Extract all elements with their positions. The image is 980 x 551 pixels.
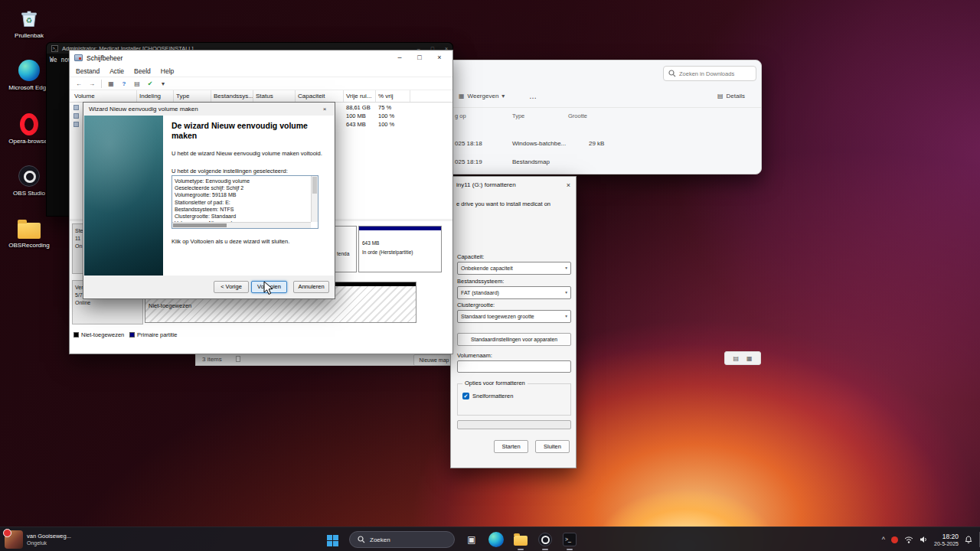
- volume-icon[interactable]: [920, 536, 928, 543]
- taskbar-clock[interactable]: 18:20 20-5-2025: [934, 533, 959, 547]
- column-indeling[interactable]: Indeling: [137, 90, 174, 102]
- file-row-modified[interactable]: 025 18:18: [455, 140, 482, 147]
- horizontal-scrollbar[interactable]: [172, 222, 311, 228]
- column-capaciteit[interactable]: Capaciteit: [296, 90, 344, 102]
- minimize-icon[interactable]: –: [390, 51, 410, 64]
- setting-line: Volumegrootte: 59118 MB: [175, 191, 309, 198]
- search-icon: [668, 70, 676, 77]
- menu-help[interactable]: Help: [161, 67, 174, 75]
- taskbar-search[interactable]: Zoeken: [349, 531, 455, 548]
- column-vrije-ruimte[interactable]: Vrije rui...: [344, 90, 376, 102]
- chevron-down-icon[interactable]: ▾: [158, 79, 168, 89]
- table-view-icon[interactable]: ▦: [106, 79, 116, 89]
- start-button[interactable]: Starten: [494, 440, 528, 453]
- file-row-type[interactable]: Bestandsmap: [512, 158, 550, 165]
- menu-actie[interactable]: Actie: [109, 67, 124, 75]
- restore-defaults-button[interactable]: Standaardinstellingen voor apparaten: [457, 333, 571, 346]
- capacity-label: Capaciteit:: [457, 253, 484, 260]
- back-button[interactable]: < Vorige: [214, 281, 249, 293]
- disk2-info-line: Online: [75, 299, 140, 307]
- desktop-icon-obsrecording[interactable]: OBSRecording: [6, 216, 52, 249]
- status-divider: [236, 356, 240, 362]
- cmd-icon: >_: [51, 45, 58, 52]
- wifi-icon[interactable]: [904, 536, 913, 543]
- chevron-down-icon: ▾: [565, 311, 567, 322]
- volume-icon: [74, 105, 79, 110]
- column-status[interactable]: Status: [253, 90, 296, 102]
- column-volume[interactable]: Volume: [72, 90, 137, 102]
- taskbar-explorer[interactable]: [511, 530, 530, 549]
- cluster-label: Clustergrootte:: [457, 302, 495, 308]
- new-folder-button[interactable]: Nieuwe map: [413, 354, 455, 366]
- taskbar-obs[interactable]: [536, 530, 554, 549]
- cmd-icon: >_: [563, 533, 577, 546]
- capacity-select[interactable]: Onbekende capaciteit ▾: [457, 262, 571, 275]
- column-bestandssysteem[interactable]: Bestandssys...: [211, 90, 253, 102]
- start-button[interactable]: [327, 535, 338, 546]
- checkbox-check-icon: ✔: [462, 393, 469, 399]
- taskbar: van Gooiseweg... Ongeluk Zoeken ▣ >_ ^ 1…: [0, 527, 980, 551]
- desktop-icon-prullenbak[interactable]: ♻ Prullenbak: [6, 6, 52, 39]
- file-row-modified[interactable]: 025 18:19: [455, 158, 482, 165]
- volume-row-free[interactable]: 643 MB: [346, 121, 366, 128]
- volume-row-free[interactable]: 88,61 GB: [346, 104, 371, 111]
- column-pct-vrij[interactable]: % vrij: [376, 90, 410, 102]
- installer-text-fragment: e drive you want to install medicat on: [456, 201, 550, 207]
- partition-fragment[interactable]: tenda: [333, 226, 357, 272]
- taskbar-edge[interactable]: [487, 530, 505, 549]
- recording-indicator-icon[interactable]: [891, 536, 898, 543]
- desktop-icon-label: Microsoft Edge: [6, 84, 52, 91]
- list-view-icon[interactable]: ▤: [132, 79, 142, 89]
- widget-subline: Ongeluk: [27, 540, 71, 546]
- explorer-search-input[interactable]: Zoeken in Downloads: [663, 66, 756, 81]
- obs-icon: [538, 533, 552, 546]
- view-button[interactable]: ▦ Weergeven ▾: [459, 93, 505, 99]
- close-icon[interactable]: ×: [430, 51, 449, 64]
- volume-row-pct[interactable]: 75 %: [378, 104, 391, 111]
- back-icon[interactable]: ←: [74, 79, 84, 89]
- cluster-select[interactable]: Standaard toegewezen grootte ▾: [457, 310, 571, 323]
- unallocated-label: Niet-toegewezen: [149, 302, 191, 309]
- volume-row-free[interactable]: 100 MB: [346, 112, 366, 119]
- more-options-button[interactable]: …: [529, 92, 537, 100]
- filesystem-value: FAT (standaard): [461, 290, 499, 295]
- vertical-scrollbar[interactable]: [311, 176, 318, 222]
- close-button[interactable]: Sluiten: [535, 440, 570, 453]
- quick-format-checkbox[interactable]: ✔ Snelformatteren: [462, 393, 513, 399]
- column-type[interactable]: Type: [174, 90, 211, 102]
- help-icon[interactable]: ?: [119, 79, 129, 89]
- desktop-icon-edge[interactable]: Microsoft Edge: [6, 58, 52, 91]
- column-size[interactable]: Grootte: [568, 112, 587, 119]
- list-view-toggle-icon[interactable]: ▤: [733, 355, 739, 362]
- desktop-icon-opera[interactable]: Opera-browser: [6, 112, 52, 145]
- details-view-button[interactable]: ▤ Details: [717, 93, 745, 99]
- recovery-partition[interactable]: 643 MB In orde (Herstelpartitie): [358, 226, 442, 272]
- setting-line: Volumetype: Eenvoudig volume: [175, 178, 309, 184]
- volume-row-pct[interactable]: 100 %: [378, 112, 394, 119]
- notification-bell-icon[interactable]: [965, 536, 972, 543]
- setting-line: Bestandssysteem: NTFS: [175, 206, 309, 213]
- taskbar-cmd[interactable]: >_: [560, 530, 579, 549]
- check-action-icon[interactable]: ✔: [145, 79, 155, 89]
- menu-bestand[interactable]: Bestand: [76, 67, 100, 75]
- filesystem-select[interactable]: FAT (standaard) ▾: [457, 286, 571, 299]
- wizard-settings-list[interactable]: Volumetype: Eenvoudig volume Geselecteer…: [172, 175, 318, 229]
- volume-row-pct[interactable]: 100 %: [378, 121, 394, 128]
- grid-view-toggle-icon[interactable]: ▦: [746, 355, 753, 362]
- maximize-icon[interactable]: □: [410, 51, 430, 64]
- cancel-button[interactable]: Annuleren: [293, 281, 329, 293]
- close-icon[interactable]: ×: [318, 105, 332, 114]
- column-modified[interactable]: g op: [455, 112, 466, 119]
- close-icon[interactable]: ×: [567, 181, 570, 189]
- desktop-icon-obs[interactable]: OBS Studio: [6, 164, 52, 197]
- setting-line: Stationsletter of pad: E:: [175, 199, 309, 206]
- tray-overflow-icon[interactable]: ^: [882, 536, 885, 543]
- forward-icon[interactable]: →: [87, 79, 97, 89]
- volume-name-input[interactable]: [457, 360, 571, 373]
- column-type[interactable]: Type: [512, 112, 524, 119]
- menu-beeld[interactable]: Beeld: [134, 67, 151, 75]
- widgets-button[interactable]: van Gooiseweg... Ongeluk: [5, 530, 71, 549]
- file-row-size[interactable]: 29 kB: [589, 140, 604, 147]
- file-row-type[interactable]: Windows-batchbe...: [512, 140, 566, 147]
- task-view-button[interactable]: ▣: [462, 530, 481, 549]
